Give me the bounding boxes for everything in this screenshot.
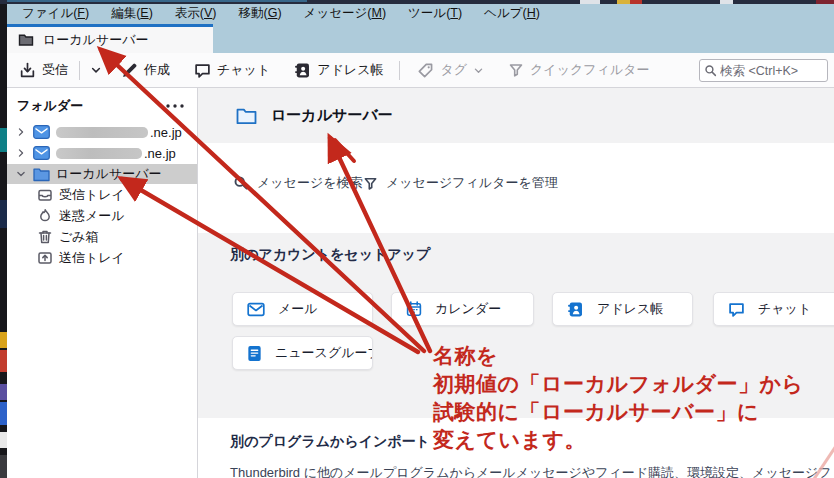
global-search-field[interactable] xyxy=(699,59,828,82)
address-book-icon xyxy=(294,62,311,79)
setup-calendar-button[interactable]: カレンダー xyxy=(391,292,534,326)
folder-pane-options-icon[interactable] xyxy=(165,103,185,109)
account-domain-suffix: .ne.jp xyxy=(150,125,182,140)
chevron-down-icon xyxy=(473,65,484,76)
folder-pane-title: フォルダー xyxy=(17,97,83,115)
folder-icon xyxy=(236,107,257,125)
folder-pane: フォルダー .ne.jp .ne.jp ローカルサーバー 受信トレイ 迷惑メール xyxy=(7,88,198,478)
menu-go[interactable]: 移動(G) xyxy=(228,3,293,25)
account-row-1[interactable]: .ne.jp xyxy=(7,122,197,142)
account-row-2[interactable]: .ne.jp xyxy=(7,143,197,163)
annotation-text: 名称を 初期値の「ローカルフォルダー」から 試験的に「ローカルサーバー」に 変え… xyxy=(433,342,803,454)
setup-section-heading: 別のアカウントをセットアップ xyxy=(230,246,430,264)
search-input[interactable] xyxy=(720,64,820,78)
folder-row-trash[interactable]: ごみ箱 xyxy=(7,227,197,247)
search-icon xyxy=(704,64,717,77)
folder-label: ローカルサーバー xyxy=(56,165,162,183)
title-and-tab-bar: ファイル(F) 編集(E) 表示(V) 移動(G) メッセージ(M) ツール(T… xyxy=(7,4,834,53)
tag-icon xyxy=(417,62,434,79)
get-messages-icon xyxy=(19,62,36,79)
folder-tab-icon xyxy=(18,32,34,48)
menu-view[interactable]: 表示(V) xyxy=(164,3,228,25)
quick-filter-button[interactable]: クイックフィルター xyxy=(502,57,655,83)
folder-row-inbox[interactable]: 受信トレイ xyxy=(7,185,197,205)
folder-row-junk[interactable]: 迷惑メール xyxy=(7,206,197,226)
folder-label: 迷惑メール xyxy=(59,207,125,225)
chat-button[interactable]: チャット xyxy=(188,57,276,83)
chevron-down-icon[interactable] xyxy=(15,169,27,179)
write-button[interactable]: 作成 xyxy=(115,57,176,83)
menu-message[interactable]: メッセージ(M) xyxy=(293,3,397,25)
tab-local-server[interactable]: ローカルサーバー xyxy=(7,24,213,53)
thunderbird-window: ファイル(F) 編集(E) 表示(V) 移動(G) メッセージ(M) ツール(T… xyxy=(0,0,834,478)
setup-chat-button[interactable]: チャット xyxy=(713,292,834,326)
chevron-right-icon[interactable] xyxy=(15,148,27,158)
menu-bar: ファイル(F) 編集(E) 表示(V) 移動(G) メッセージ(M) ツール(T… xyxy=(7,4,834,24)
account-domain-suffix: .ne.jp xyxy=(144,146,176,161)
folder-row-local-server[interactable]: ローカルサーバー xyxy=(7,164,197,184)
newsgroup-icon xyxy=(247,345,262,362)
chevron-down-icon xyxy=(90,64,102,76)
outbox-icon xyxy=(37,250,53,266)
address-book-button[interactable]: アドレス帳 xyxy=(288,57,389,83)
mail-icon xyxy=(247,302,265,317)
setup-newsgroup-button[interactable]: ニュースグループ xyxy=(232,336,373,370)
redacted-account-name xyxy=(56,148,142,159)
folder-label: 送信トレイ xyxy=(59,249,125,267)
calendar-icon xyxy=(406,301,422,317)
search-messages-link[interactable]: メッセージを検索 xyxy=(233,174,363,192)
get-messages-button[interactable]: 受信 xyxy=(13,57,74,83)
menu-edit[interactable]: 編集(E) xyxy=(100,3,164,25)
trash-icon xyxy=(37,229,53,245)
account-title: ローカルサーバー xyxy=(271,106,393,125)
folder-label: ごみ箱 xyxy=(59,228,99,246)
toolbar-separator xyxy=(399,61,400,80)
menu-tools[interactable]: ツール(T) xyxy=(397,3,473,25)
desktop-edge-strip xyxy=(0,0,7,478)
menu-file[interactable]: ファイル(F) xyxy=(11,3,100,25)
menu-help[interactable]: ヘルプ(H) xyxy=(473,3,551,25)
setup-address-book-button[interactable]: アドレス帳 xyxy=(552,292,693,326)
tab-title: ローカルサーバー xyxy=(43,31,149,49)
account-header: ローカルサーバー xyxy=(198,88,834,143)
filter-funnel-icon xyxy=(363,176,378,191)
chevron-right-icon[interactable] xyxy=(15,127,27,137)
inbox-icon xyxy=(37,187,53,203)
quick-filter-funnel-icon xyxy=(508,62,524,78)
import-section-body: Thunderbird に他のメールプログラムからメールメッセージやフィード購読… xyxy=(230,464,834,478)
folder-label: 受信トレイ xyxy=(59,186,125,204)
manage-filters-link[interactable]: メッセージフィルターを管理 xyxy=(363,174,558,192)
setup-mail-button[interactable]: メール xyxy=(232,292,373,326)
toolbar-separator xyxy=(79,61,80,80)
chat-bubble-icon xyxy=(194,62,211,79)
junk-flame-icon xyxy=(37,208,53,224)
folder-icon xyxy=(33,167,50,182)
tag-button[interactable]: タグ xyxy=(411,57,490,83)
mail-toolbar: 受信 作成 チャット アドレス帳 タグ クイックフィルター xyxy=(7,53,834,88)
write-pencil-icon xyxy=(121,62,138,79)
chat-bubble-icon xyxy=(728,301,745,318)
folder-row-outbox[interactable]: 送信トレイ xyxy=(7,248,197,268)
mail-account-icon xyxy=(33,146,50,160)
mail-account-icon xyxy=(33,125,50,139)
import-section-heading: 別のプログラムからインポート xyxy=(230,433,430,451)
get-messages-dropdown[interactable] xyxy=(85,60,107,80)
address-book-icon xyxy=(567,301,584,318)
redacted-account-name xyxy=(56,127,148,138)
search-icon xyxy=(233,175,249,191)
